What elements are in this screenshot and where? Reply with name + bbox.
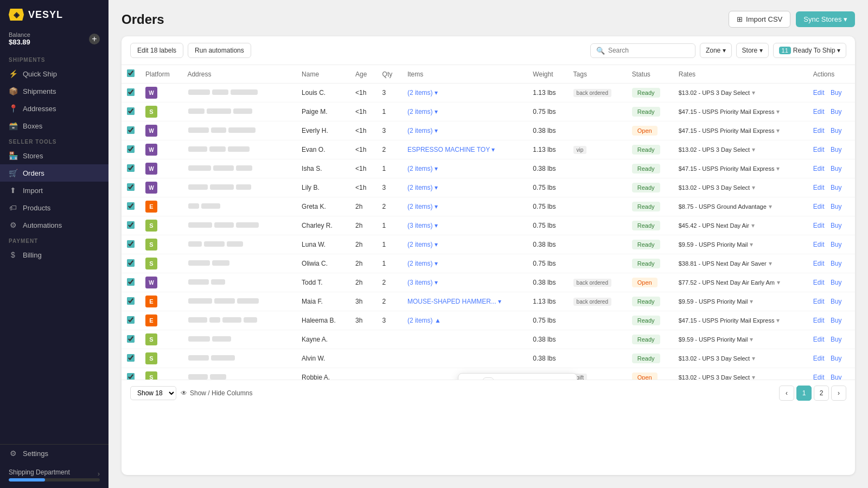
rates-cell[interactable]: $47.15 - USPS Priority Mail Express ▾ <box>673 121 808 140</box>
items-cell[interactable]: (2 items) ▾ <box>402 235 527 254</box>
items-cell[interactable]: (2 items) ▾ <box>402 197 527 216</box>
row-checkbox-cell[interactable] <box>122 197 140 216</box>
rates-cell[interactable]: $9.59 - USPS Priority Mail ▾ <box>673 330 808 349</box>
rates-cell[interactable]: $9.59 - USPS Priority Mail ▾ <box>673 235 808 254</box>
select-all-checkbox[interactable] <box>127 69 135 77</box>
sidebar-item-automations[interactable]: ⚙ Automations <box>0 216 108 234</box>
sidebar-item-billing[interactable]: $ Billing <box>0 246 108 264</box>
ready-to-ship-button[interactable]: 11 Ready To Ship ▾ <box>773 43 846 58</box>
buy-action[interactable]: Buy <box>831 108 842 115</box>
run-automations-button[interactable]: Run automations <box>188 43 251 58</box>
buy-action[interactable]: Buy <box>831 298 842 305</box>
show-hide-columns-button[interactable]: 👁 Show / Hide Columns <box>181 389 252 397</box>
items-expand[interactable]: (2 items) ▾ <box>407 108 522 115</box>
rate-chevron-icon[interactable]: ▾ <box>752 355 755 362</box>
sync-stores-button[interactable]: Sync Stores ▾ <box>796 11 855 27</box>
rates-cell[interactable]: $45.42 - UPS Next Day Air ▾ <box>673 216 808 235</box>
rate-chevron-icon[interactable]: ▾ <box>750 241 753 248</box>
row-checkbox-cell[interactable] <box>122 178 140 197</box>
rate-chevron-icon[interactable]: ▾ <box>750 298 753 305</box>
buy-action[interactable]: Buy <box>831 222 842 229</box>
search-input[interactable] <box>608 47 690 54</box>
row-checkbox-cell[interactable] <box>122 273 140 292</box>
edit-action[interactable]: Edit <box>813 241 825 248</box>
row-checkbox[interactable] <box>127 240 135 248</box>
buy-action[interactable]: Buy <box>831 203 842 210</box>
edit-action[interactable]: Edit <box>813 317 825 324</box>
sidebar-item-shipments[interactable]: 📦 Shipments <box>0 82 108 100</box>
items-expand[interactable]: MOUSE-SHAPED HAMMER... ▾ <box>407 298 522 305</box>
row-checkbox[interactable] <box>127 335 135 343</box>
items-cell[interactable] <box>402 349 527 368</box>
rate-chevron-icon[interactable]: ▾ <box>752 146 755 153</box>
rate-chevron-icon[interactable]: ▾ <box>769 260 772 267</box>
row-checkbox-cell[interactable] <box>122 121 140 140</box>
items-expand[interactable]: (2 items) ▾ <box>407 260 522 267</box>
rate-chevron-icon[interactable]: ▾ <box>750 336 753 343</box>
buy-action[interactable]: Buy <box>831 374 842 380</box>
row-checkbox-cell[interactable] <box>122 311 140 330</box>
items-expand[interactable]: (2 items) ▾ <box>407 165 522 172</box>
buy-action[interactable]: Buy <box>831 260 842 267</box>
items-cell[interactable]: (2 items) ▾ <box>402 121 527 140</box>
edit-action[interactable]: Edit <box>813 89 825 97</box>
items-cell[interactable]: (2 items) ▲ <box>402 311 527 330</box>
row-checkbox-cell[interactable] <box>122 84 140 102</box>
rates-cell[interactable]: $13.02 - UPS 3 Day Select ▾ <box>673 349 808 368</box>
page-1-button[interactable]: 1 <box>796 386 812 401</box>
rate-chevron-icon[interactable]: ▾ <box>752 374 755 380</box>
items-expand[interactable]: (2 items) ▾ <box>407 184 522 191</box>
edit-action[interactable]: Edit <box>813 279 825 286</box>
rate-chevron-icon[interactable]: ▾ <box>776 108 780 115</box>
edit-action[interactable]: Edit <box>813 108 825 115</box>
items-cell[interactable]: (2 items) ▾ <box>402 102 527 121</box>
row-checkbox-cell[interactable] <box>122 159 140 178</box>
edit-action[interactable]: Edit <box>813 298 825 305</box>
items-cell[interactable]: (3 items) ▾ <box>402 216 527 235</box>
rate-chevron-icon[interactable]: ▾ <box>776 127 780 134</box>
buy-action[interactable]: Buy <box>831 184 842 191</box>
next-page-button[interactable]: › <box>831 386 846 401</box>
rates-cell[interactable]: $8.75 - USPS Ground Advantage ▾ <box>673 197 808 216</box>
buy-action[interactable]: Buy <box>831 355 842 362</box>
row-checkbox[interactable] <box>127 354 135 362</box>
row-checkbox-cell[interactable] <box>122 292 140 311</box>
row-checkbox[interactable] <box>127 297 135 305</box>
buy-action[interactable]: Buy <box>831 165 842 172</box>
shipping-department[interactable]: Shipping Department › <box>0 462 108 488</box>
add-balance-button[interactable]: + <box>89 34 100 44</box>
row-checkbox[interactable] <box>127 202 135 210</box>
rates-cell[interactable]: $38.81 - UPS Next Day Air Saver ▾ <box>673 254 808 273</box>
sidebar-item-boxes[interactable]: 🗃️ Boxes <box>0 117 108 134</box>
items-expand[interactable]: (2 items) ▲ <box>407 317 522 324</box>
sidebar-item-products[interactable]: 🏷 Products <box>0 199 108 216</box>
rates-cell[interactable]: $13.02 - UPS 3 Day Select ▾ <box>673 84 808 102</box>
edit-action[interactable]: Edit <box>813 260 825 267</box>
items-expand[interactable]: (2 items) ▾ <box>407 89 522 97</box>
select-all-header[interactable] <box>122 65 140 84</box>
items-cell[interactable]: (2 items) ▾ <box>402 159 527 178</box>
edit-labels-button[interactable]: Edit 18 labels <box>130 43 183 58</box>
row-checkbox-cell[interactable] <box>122 254 140 273</box>
items-expand[interactable]: ESPRESSO MACHINE TOY ▾ <box>407 146 522 153</box>
row-checkbox-cell[interactable] <box>122 102 140 121</box>
edit-action[interactable]: Edit <box>813 374 825 380</box>
sidebar-item-addresses[interactable]: 📍 Addresses <box>0 100 108 117</box>
row-checkbox[interactable] <box>127 126 135 134</box>
items-cell[interactable]: ESPRESSO MACHINE TOY ▾ <box>402 140 527 159</box>
edit-action[interactable]: Edit <box>813 355 825 362</box>
rates-cell[interactable]: $13.02 - UPS 3 Day Select ▾ <box>673 178 808 197</box>
items-expand[interactable]: (3 items) ▾ <box>407 279 522 286</box>
rate-chevron-icon[interactable]: ▾ <box>752 89 755 97</box>
edit-action[interactable]: Edit <box>813 127 825 134</box>
items-cell[interactable] <box>402 330 527 349</box>
items-cell[interactable]: MOUSE-SHAPED HAMMER... ▾ <box>402 292 527 311</box>
show-rows-select[interactable]: Show 18 Show 25 Show 50 <box>130 386 176 400</box>
rate-chevron-icon[interactable]: ▾ <box>776 165 780 172</box>
sidebar-item-stores[interactable]: 🏪 Stores <box>0 147 108 164</box>
edit-action[interactable]: Edit <box>813 222 825 229</box>
sidebar-item-orders[interactable]: 🛒 Orders <box>0 164 108 182</box>
rates-cell[interactable]: $13.02 - UPS 3 Day Select ▾ <box>673 140 808 159</box>
rates-cell[interactable]: $77.52 - UPS Next Day Air Early Am ▾ <box>673 273 808 292</box>
items-expand[interactable]: (2 items) ▾ <box>407 127 522 134</box>
